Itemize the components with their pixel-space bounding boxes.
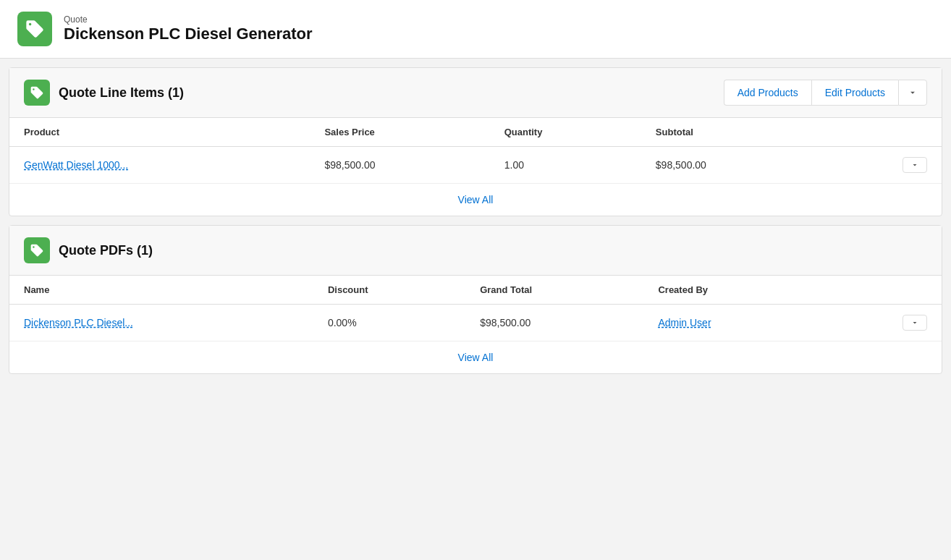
pdfs-tag-icon bbox=[30, 243, 44, 258]
line-items-dropdown-button[interactable] bbox=[898, 80, 927, 106]
header-text: Quote Dickenson PLC Diesel Generator bbox=[64, 14, 313, 43]
page-header: Quote Dickenson PLC Diesel Generator bbox=[0, 0, 951, 59]
edit-products-button[interactable]: Edit Products bbox=[811, 80, 898, 106]
page-title: Dickenson PLC Diesel Generator bbox=[64, 25, 313, 43]
line-items-view-all-link[interactable]: View All bbox=[458, 194, 494, 205]
pdf-name-cell: Dickenson PLC Diesel... bbox=[9, 305, 313, 341]
subtotal-cell: $98,500.00 bbox=[641, 147, 821, 184]
line-items-actions: Add Products Edit Products bbox=[724, 80, 927, 106]
product-cell: GenWatt Diesel 1000... bbox=[9, 147, 310, 184]
created-by-link[interactable]: Admin User bbox=[658, 317, 711, 328]
row-actions-cell bbox=[821, 147, 942, 184]
row-dropdown-button[interactable] bbox=[903, 157, 927, 173]
pdfs-view-all-link[interactable]: View All bbox=[458, 352, 494, 363]
col-name: Name bbox=[9, 276, 313, 305]
pdf-name-link[interactable]: Dickenson PLC Diesel... bbox=[24, 317, 133, 328]
line-items-title: Quote Line Items (1) bbox=[59, 85, 184, 101]
pdfs-header-row: Name Discount Grand Total Created By bbox=[9, 276, 942, 305]
line-items-tbody: GenWatt Diesel 1000... $98,500.00 1.00 $… bbox=[9, 147, 942, 184]
pdfs-icon bbox=[24, 237, 50, 263]
tag-icon bbox=[25, 19, 45, 39]
line-items-table: Product Sales Price Quantity Subtotal Ge… bbox=[9, 118, 942, 183]
add-products-button[interactable]: Add Products bbox=[724, 80, 811, 106]
quote-pdfs-header: Quote PDFs (1) bbox=[9, 226, 942, 276]
product-link[interactable]: GenWatt Diesel 1000... bbox=[24, 159, 128, 171]
pdf-row-dropdown-button[interactable] bbox=[903, 315, 927, 331]
discount-cell: 0.00% bbox=[313, 305, 465, 341]
pdfs-tbody: Dickenson PLC Diesel... 0.00% $98,500.00… bbox=[9, 305, 942, 341]
col-quantity: Quantity bbox=[490, 118, 641, 147]
quote-line-items-section: Quote Line Items (1) Add Products Edit P… bbox=[9, 67, 942, 216]
col-discount: Discount bbox=[313, 276, 465, 305]
line-items-thead: Product Sales Price Quantity Subtotal bbox=[9, 118, 942, 147]
pdfs-title: Quote PDFs (1) bbox=[59, 243, 153, 258]
chevron-down-icon bbox=[908, 88, 918, 98]
page-subtitle: Quote bbox=[64, 14, 313, 25]
grand-total-cell: $98,500.00 bbox=[465, 305, 643, 341]
pdfs-view-all-row: View All bbox=[9, 341, 942, 373]
table-row: Dickenson PLC Diesel... 0.00% $98,500.00… bbox=[9, 305, 942, 341]
quote-line-items-header: Quote Line Items (1) Add Products Edit P… bbox=[9, 68, 942, 118]
header-icon bbox=[17, 12, 52, 46]
line-items-header-row: Product Sales Price Quantity Subtotal bbox=[9, 118, 942, 147]
row-chevron-down-icon bbox=[910, 161, 919, 169]
col-created-by: Created By bbox=[643, 276, 824, 305]
line-items-view-all-row: View All bbox=[9, 183, 942, 216]
section-header-left: Quote Line Items (1) bbox=[24, 80, 184, 106]
col-subtotal: Subtotal bbox=[641, 118, 821, 147]
col-grand-total: Grand Total bbox=[465, 276, 643, 305]
quantity-cell: 1.00 bbox=[490, 147, 641, 184]
quote-pdfs-section: Quote PDFs (1) Name Discount Grand Total… bbox=[9, 225, 942, 374]
line-items-icon bbox=[24, 80, 50, 106]
created-by-cell: Admin User bbox=[643, 305, 824, 341]
line-items-tag-icon bbox=[30, 85, 44, 100]
pdf-row-chevron-down-icon bbox=[910, 318, 919, 327]
sales-price-cell: $98,500.00 bbox=[310, 147, 489, 184]
col-pdf-actions bbox=[824, 276, 942, 305]
pdfs-header-left: Quote PDFs (1) bbox=[24, 237, 153, 263]
col-actions bbox=[821, 118, 942, 147]
pdf-row-actions-cell bbox=[824, 305, 942, 341]
col-product: Product bbox=[9, 118, 310, 147]
table-row: GenWatt Diesel 1000... $98,500.00 1.00 $… bbox=[9, 147, 942, 184]
pdfs-thead: Name Discount Grand Total Created By bbox=[9, 276, 942, 305]
col-sales-price: Sales Price bbox=[310, 118, 489, 147]
pdfs-table: Name Discount Grand Total Created By Dic… bbox=[9, 276, 942, 341]
